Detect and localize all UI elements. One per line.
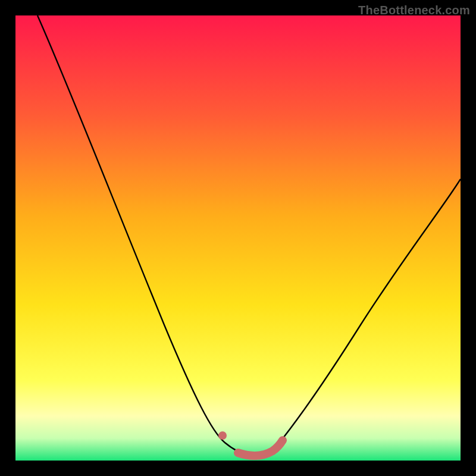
- plot-area: [15, 15, 461, 461]
- watermark-text: TheBottleneck.com: [358, 4, 470, 17]
- outer-frame: TheBottleneck.com: [0, 0, 476, 476]
- marker-dot: [218, 431, 227, 440]
- gradient-background: [15, 15, 461, 461]
- chart-svg: [15, 15, 461, 461]
